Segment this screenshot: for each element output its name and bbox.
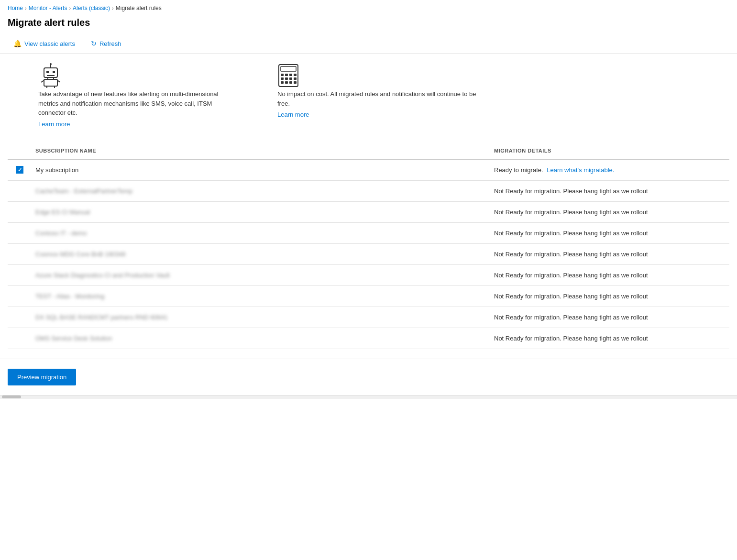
migration-details-9: Not Ready for migration. Please hang tig… (490, 330, 729, 347)
breadcrumb-alerts-classic[interactable]: Alerts (classic) (73, 5, 110, 11)
info-cards: Take advantage of new features like aler… (0, 54, 737, 142)
table-row: DX SQL BASE RANDCMT partners RND 60641 N… (8, 307, 729, 328)
breadcrumb-monitor-alerts[interactable]: Monitor - Alerts (29, 5, 67, 11)
page-title: Migrate alert rules (0, 14, 737, 34)
migration-details-3: Not Ready for migration. Please hang tig… (490, 204, 729, 220)
row-checkbox-6[interactable] (8, 270, 32, 280)
table-row: My subscription Ready to migrate. Learn … (8, 160, 729, 181)
svg-rect-16 (285, 74, 288, 76)
refresh-icon: ↻ (91, 40, 97, 47)
view-classic-alerts-label: View classic alerts (24, 40, 75, 47)
subscription-name-6: Azure Stack Diagnostics CI and Productio… (32, 267, 490, 284)
row-checkbox-5[interactable] (8, 249, 32, 259)
migration-details-7: Not Ready for migration. Please hang tig… (490, 288, 729, 305)
table-row: Edge ES CI Manual Not Ready for migratio… (8, 202, 729, 223)
migration-details-6: Not Ready for migration. Please hang tig… (490, 267, 729, 284)
migration-details-8: Not Ready for migration. Please hang tig… (490, 309, 729, 326)
row-checkbox-9[interactable] (8, 333, 32, 343)
subscriptions-table: SUBSCRIPTION NAME MIGRATION DETAILS My s… (8, 142, 729, 349)
info-card-calc: No impact on cost. All migrated rules an… (277, 63, 478, 128)
toolbar: 🔔 View classic alerts ↻ Refresh (0, 34, 737, 54)
checkbox-checked-icon (16, 166, 23, 174)
subscription-name-5: Cosmos MDG Core BnB 190348 (32, 246, 490, 263)
breadcrumb: Home › Monitor - Alerts › Alerts (classi… (0, 0, 737, 14)
migration-details-1: Ready to migrate. Learn what's migratabl… (490, 162, 729, 178)
svg-rect-23 (281, 81, 284, 84)
table-row: Contoso IT - demo Not Ready for migratio… (8, 223, 729, 244)
breadcrumb-home[interactable]: Home (8, 5, 23, 11)
svg-point-1 (50, 63, 52, 65)
breadcrumb-sep-1: › (25, 5, 27, 11)
row-checkbox-1[interactable] (8, 161, 32, 178)
migration-details-4: Not Ready for migration. Please hang tig… (490, 225, 729, 242)
view-classic-alerts-button[interactable]: 🔔 View classic alerts (8, 37, 81, 50)
row-checkbox-8[interactable] (8, 312, 32, 322)
subscription-name-3: Edge ES CI Manual (32, 204, 490, 220)
svg-rect-19 (281, 77, 284, 80)
svg-rect-22 (294, 77, 297, 80)
svg-rect-8 (44, 79, 57, 86)
subscription-name-7: TEST - Alias - Monitoring (32, 288, 490, 305)
subscription-name-4: Contoso IT - demo (32, 225, 490, 242)
svg-rect-3 (46, 71, 49, 73)
preview-migration-button[interactable]: Preview migration (8, 369, 76, 385)
table-row: Cosmos MDG Core BnB 190348 Not Ready for… (8, 244, 729, 265)
svg-rect-14 (281, 66, 296, 71)
svg-rect-20 (285, 77, 288, 80)
svg-rect-26 (294, 81, 297, 84)
svg-rect-15 (281, 74, 284, 76)
migration-details-5: Not Ready for migration. Please hang tig… (490, 246, 729, 263)
table-row: Azure Stack Diagnostics CI and Productio… (8, 265, 729, 286)
table-header: SUBSCRIPTION NAME MIGRATION DETAILS (8, 142, 729, 160)
breadcrumb-sep-2: › (69, 5, 71, 11)
table-row: CacheTeam - ExternalPartnerTemp Not Read… (8, 181, 729, 202)
toolbar-divider (83, 39, 83, 48)
table-row: OMS Service Desk Solution Not Ready for … (8, 328, 729, 349)
subscription-name-1: My subscription (32, 162, 490, 178)
svg-rect-17 (289, 74, 292, 76)
row-checkbox-4[interactable] (8, 228, 32, 238)
migration-details-2: Not Ready for migration. Please hang tig… (490, 183, 729, 199)
robot-icon (38, 63, 239, 89)
table-header-migration-details: MIGRATION DETAILS (490, 146, 729, 155)
svg-rect-4 (53, 71, 55, 73)
refresh-button[interactable]: ↻ Refresh (85, 37, 127, 50)
svg-rect-25 (289, 81, 292, 84)
info-card-robot-learn-more[interactable]: Learn more (38, 121, 70, 128)
ready-label: Ready to migrate. (494, 166, 543, 174)
row-checkbox-2[interactable] (8, 186, 32, 196)
table-header-subscription-name: SUBSCRIPTION NAME (32, 146, 490, 155)
breadcrumb-sep-3: › (112, 5, 114, 11)
info-card-calc-learn-more[interactable]: Learn more (277, 111, 309, 118)
calculator-icon (277, 63, 478, 89)
subscription-name-8: DX SQL BASE RANDCMT partners RND 60641 (32, 309, 490, 326)
refresh-label: Refresh (99, 40, 121, 47)
info-card-robot-text: Take advantage of new features like aler… (38, 89, 239, 118)
subscription-name-2: CacheTeam - ExternalPartnerTemp (32, 183, 490, 199)
row-checkbox-7[interactable] (8, 291, 32, 301)
breadcrumb-current: Migrate alert rules (116, 5, 162, 11)
learn-migratable-link[interactable]: Learn what's migratable. (547, 166, 614, 174)
bell-icon: 🔔 (13, 40, 22, 47)
subscription-name-9: OMS Service Desk Solution (32, 330, 490, 347)
row-checkbox-3[interactable] (8, 207, 32, 217)
table-header-checkbox (8, 146, 32, 155)
bottom-bar: Preview migration (0, 359, 737, 395)
info-card-calc-text: No impact on cost. All migrated rules an… (277, 89, 478, 108)
table-row: TEST - Alias - Monitoring Not Ready for … (8, 286, 729, 307)
info-card-robot: Take advantage of new features like aler… (38, 63, 239, 128)
svg-rect-18 (294, 74, 297, 76)
svg-rect-24 (285, 81, 288, 84)
horizontal-scrollbar[interactable] (0, 395, 737, 399)
scrollbar-thumb (2, 395, 21, 398)
svg-rect-21 (289, 77, 292, 80)
